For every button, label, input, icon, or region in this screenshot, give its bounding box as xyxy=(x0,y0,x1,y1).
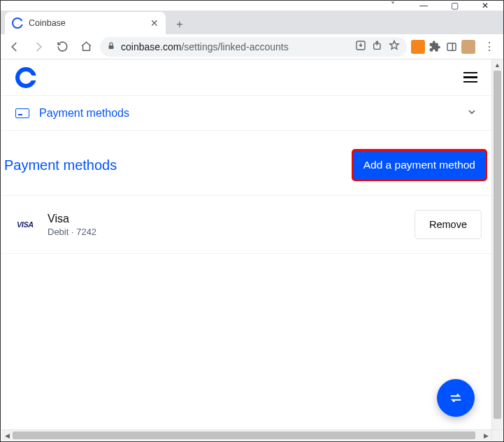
coinbase-logo-icon[interactable] xyxy=(15,67,36,88)
metamask-extension-icon[interactable] xyxy=(411,40,425,54)
address-bar[interactable]: coinbase.com/settings/linked-accounts xyxy=(100,37,407,57)
window-titlebar: ˅ — ▢ ✕ xyxy=(1,1,503,10)
url-text: coinbase.com/settings/linked-accounts xyxy=(121,41,350,52)
page-content: Payment methods Payment methods Add a pa… xyxy=(1,59,491,441)
tab-close-icon[interactable]: ✕ xyxy=(150,17,159,29)
window-dropdown-icon[interactable]: ˅ xyxy=(377,1,408,10)
page-title: Payment methods xyxy=(4,157,117,173)
share-icon[interactable] xyxy=(372,40,383,53)
window-minimize-icon[interactable]: — xyxy=(408,1,439,10)
back-button[interactable] xyxy=(5,37,24,57)
window-close-icon[interactable]: ✕ xyxy=(470,1,501,10)
section-title: Payment methods xyxy=(39,107,456,120)
hamburger-menu-icon[interactable] xyxy=(463,72,477,83)
extensions-icon[interactable] xyxy=(428,40,442,54)
tab-title: Coinbase xyxy=(29,18,66,28)
home-button[interactable] xyxy=(76,37,96,57)
payment-method-row: VISA Visa Debit · 7242 Remove xyxy=(1,195,491,254)
section-header[interactable]: Payment methods xyxy=(1,96,491,131)
payment-method-name: Visa xyxy=(48,213,96,225)
window-maximize-icon[interactable]: ▢ xyxy=(439,1,470,10)
browser-tabstrip: Coinbase ✕ + xyxy=(1,10,503,34)
install-icon[interactable] xyxy=(355,40,366,53)
sidepanel-icon[interactable] xyxy=(445,40,459,54)
payment-method-subtitle: Debit · 7242 xyxy=(48,227,96,237)
scrollbar-corner xyxy=(491,429,503,441)
add-payment-method-button[interactable]: Add a payment method xyxy=(352,149,487,181)
new-tab-button[interactable]: + xyxy=(170,15,189,34)
visa-brand-icon: VISA xyxy=(17,220,38,229)
lock-icon xyxy=(107,41,115,52)
browser-toolbar: coinbase.com/settings/linked-accounts ⋮ xyxy=(1,34,503,59)
scroll-right-icon[interactable]: ▶ xyxy=(480,430,491,441)
chevron-down-icon xyxy=(466,106,477,120)
browser-menu-icon[interactable]: ⋮ xyxy=(480,40,499,53)
app-header xyxy=(1,59,491,96)
vertical-scrollbar[interactable]: ▲ ▼ xyxy=(491,59,503,441)
cat-extension-icon[interactable] xyxy=(461,40,475,54)
horizontal-scrollbar[interactable]: ◀ ▶ xyxy=(1,429,491,441)
scroll-up-icon[interactable]: ▲ xyxy=(492,59,503,71)
forward-button[interactable] xyxy=(29,37,48,57)
svg-rect-3 xyxy=(447,43,456,50)
extension-icons xyxy=(411,40,475,54)
swap-fab-button[interactable] xyxy=(437,379,475,417)
scroll-thumb[interactable] xyxy=(494,71,501,419)
reload-button[interactable] xyxy=(52,37,72,57)
scroll-thumb-h[interactable] xyxy=(13,432,475,439)
swap-arrows-icon xyxy=(448,390,463,406)
payment-card-icon xyxy=(15,108,29,118)
remove-button[interactable]: Remove xyxy=(415,210,482,239)
browser-tab[interactable]: Coinbase ✕ xyxy=(5,12,166,34)
coinbase-favicon-icon xyxy=(12,17,23,29)
svg-rect-0 xyxy=(109,45,114,49)
scroll-left-icon[interactable]: ◀ xyxy=(1,430,13,441)
bookmark-star-icon[interactable] xyxy=(389,40,400,53)
